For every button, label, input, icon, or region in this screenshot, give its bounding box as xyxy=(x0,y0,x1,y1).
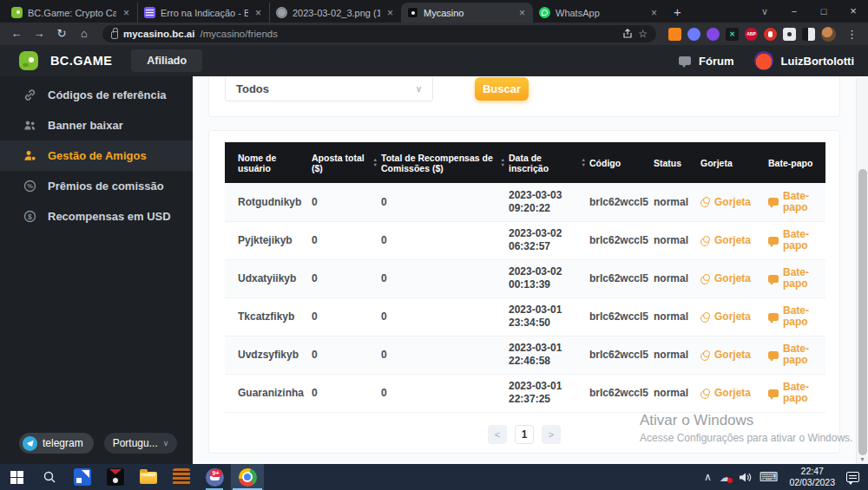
sidebar-item-gest-o-de-amigos[interactable]: Gestão de Amigos xyxy=(0,140,193,171)
tab-search-icon[interactable]: ∨ xyxy=(750,0,779,23)
phantom-extension-icon[interactable] xyxy=(687,28,700,41)
chat-link[interactable]: Bate-papo xyxy=(768,343,825,366)
taskbar-clock[interactable]: 22:47 02/03/2023 xyxy=(786,466,838,488)
sidebar-item-c-digos-de-refer-ncia[interactable]: Códigos de referência xyxy=(0,80,193,110)
address-bar[interactable]: mycasino.bc.ai /mycasino/friends ☆ xyxy=(102,25,656,42)
tab-title: BC.Game: Crypto Casino Gan xyxy=(28,8,116,18)
sidebar-item-banner-baixar[interactable]: Banner baixar xyxy=(0,110,193,140)
scrollbar-thumb[interactable] xyxy=(858,169,867,455)
desktop: BC.Game: Crypto Casino Gan × Erro na Ind… xyxy=(0,0,868,490)
sidebar-item-recompensas-em-usd[interactable]: $ Recompensas em USD xyxy=(0,201,193,232)
taskbar-search-icon xyxy=(43,470,56,484)
tab-close-icon[interactable]: × xyxy=(385,7,395,19)
forum-chat-icon[interactable] xyxy=(679,56,691,65)
scrollbar-down-arrow[interactable]: ▾ xyxy=(857,455,868,463)
tip-link[interactable]: Gorjeta xyxy=(700,310,768,323)
cloud-sync-icon[interactable]: ☁ xyxy=(720,471,731,484)
chrome-taskbar-button[interactable] xyxy=(231,464,264,490)
coin-icon xyxy=(700,312,710,322)
cell-signup-date: 2023-03-0309:20:22 xyxy=(509,183,589,221)
sort-icon[interactable]: ▲▼ xyxy=(582,158,586,167)
forward-icon[interactable]: → xyxy=(30,24,49,43)
tip-link[interactable]: Gorjeta xyxy=(700,196,768,208)
maximize-button[interactable]: □ xyxy=(809,0,838,23)
chat-taskbar-button[interactable]: 9+ xyxy=(198,464,231,490)
chat-bubble-icon xyxy=(768,389,779,397)
stripes-taskbar-button[interactable] xyxy=(165,464,198,490)
volume-icon[interactable] xyxy=(739,472,752,483)
affiliate-button[interactable]: Afiliado xyxy=(131,49,202,72)
home-icon[interactable]: ⌂ xyxy=(75,24,94,43)
action-center-icon[interactable] xyxy=(846,472,859,482)
lock-icon xyxy=(111,31,118,39)
tray-expand-icon[interactable]: ∧ xyxy=(704,471,712,483)
chat-link[interactable]: Bate-papo xyxy=(768,305,825,328)
browser-tab[interactable]: Erro na Indicação - BC.Game × xyxy=(137,3,269,23)
amd-taskbar-button[interactable] xyxy=(66,464,99,490)
tab-close-icon[interactable]: × xyxy=(253,7,263,19)
stophand-extension-icon[interactable] xyxy=(764,28,777,41)
brand-name[interactable]: BC.GAME xyxy=(50,54,112,68)
metamask-extension-icon[interactable] xyxy=(668,28,681,41)
current-page[interactable]: 1 xyxy=(515,425,534,444)
browser-tab[interactable]: WhatsApp × xyxy=(533,3,665,23)
back-icon[interactable]: ← xyxy=(7,24,26,43)
tab-close-icon[interactable]: × xyxy=(649,7,659,19)
tab-close-icon[interactable]: × xyxy=(517,7,527,19)
chat-link[interactable]: Bate-papo xyxy=(768,267,825,290)
browser-tab[interactable]: Mycasino × xyxy=(401,3,533,23)
browser-tab[interactable]: 2023-03-02_3.png (1024×76 × xyxy=(269,3,401,23)
tip-link[interactable]: Gorjeta xyxy=(700,387,768,399)
cell-commission-rewards: 0 xyxy=(381,374,509,412)
tip-link[interactable]: Gorjeta xyxy=(700,234,768,246)
tip-link[interactable]: Gorjeta xyxy=(700,272,768,284)
sort-icon[interactable]: ▲▼ xyxy=(373,158,378,167)
chat-bubble-icon xyxy=(768,351,779,359)
new-tab-button[interactable]: + xyxy=(665,4,690,23)
chat-link[interactable]: Bate-papo xyxy=(768,382,825,404)
avatar-extension-icon[interactable] xyxy=(821,27,836,42)
forum-link[interactable]: Fórum xyxy=(699,55,733,68)
search-button[interactable]: Buscar xyxy=(475,77,529,101)
darkreader-extension-icon[interactable] xyxy=(802,28,815,41)
column-header[interactable]: Total de Recompensas de Comissões ($)▲▼ xyxy=(381,142,509,183)
bcgame-logo-icon[interactable] xyxy=(19,51,38,70)
cell-signup-date: 2023-03-0122:46:58 xyxy=(509,336,589,374)
start-taskbar-button[interactable] xyxy=(0,464,33,490)
adblock-extension-icon[interactable]: ABP xyxy=(745,28,758,41)
close-button[interactable]: × xyxy=(838,0,868,23)
bookmark-star-icon[interactable]: ☆ xyxy=(638,28,648,40)
exodus-extension-icon[interactable]: ✕ xyxy=(726,28,739,41)
prev-page-button[interactable]: < xyxy=(488,425,507,444)
tip-link[interactable]: Gorjeta xyxy=(700,349,768,361)
chat-link[interactable]: Bate-papo xyxy=(768,229,825,252)
sidebar-item-pr-mios-de-comiss-o[interactable]: % Prêmios de comissão xyxy=(0,171,193,201)
coin-icon xyxy=(700,389,710,398)
share-icon[interactable] xyxy=(622,29,633,39)
browser-menu-icon[interactable]: ⋮ xyxy=(843,28,861,41)
browser-tab[interactable]: BC.Game: Crypto Casino Gan × xyxy=(5,3,137,23)
puzzle-extension-icon[interactable] xyxy=(783,28,796,41)
game-taskbar-button[interactable] xyxy=(99,464,132,490)
search-taskbar-button[interactable] xyxy=(33,464,66,490)
next-page-button[interactable]: > xyxy=(542,425,561,444)
column-header[interactable]: Aposta total ($)▲▼ xyxy=(312,142,381,183)
folder-taskbar-button[interactable] xyxy=(132,464,165,490)
language-selector[interactable]: Portugu... ∨ xyxy=(104,433,178,454)
keyboard-icon[interactable]: ⌨ xyxy=(760,469,779,485)
telegram-button[interactable]: telegram xyxy=(19,433,94,454)
username-label[interactable]: LuizBortolotti xyxy=(781,55,854,68)
minimize-button[interactable]: − xyxy=(779,0,809,23)
browser-tab-bar: BC.Game: Crypto Casino Gan × Erro na Ind… xyxy=(0,0,868,23)
sort-icon[interactable]: ▲▼ xyxy=(501,158,505,167)
chat-link[interactable]: Bate-papo xyxy=(768,191,825,213)
reload-icon[interactable]: ↻ xyxy=(52,24,71,43)
wallet-extension-icon[interactable] xyxy=(707,28,720,41)
game-launcher-icon xyxy=(107,468,124,486)
chat-bubble-icon xyxy=(768,313,779,321)
page-scrollbar[interactable]: ▾ xyxy=(856,78,868,464)
column-header[interactable]: Data de inscrição▲▼ xyxy=(509,142,589,183)
tab-close-icon[interactable]: × xyxy=(122,7,131,19)
friend-type-select[interactable]: Todos ∨ xyxy=(225,76,433,101)
user-avatar[interactable] xyxy=(754,51,773,70)
